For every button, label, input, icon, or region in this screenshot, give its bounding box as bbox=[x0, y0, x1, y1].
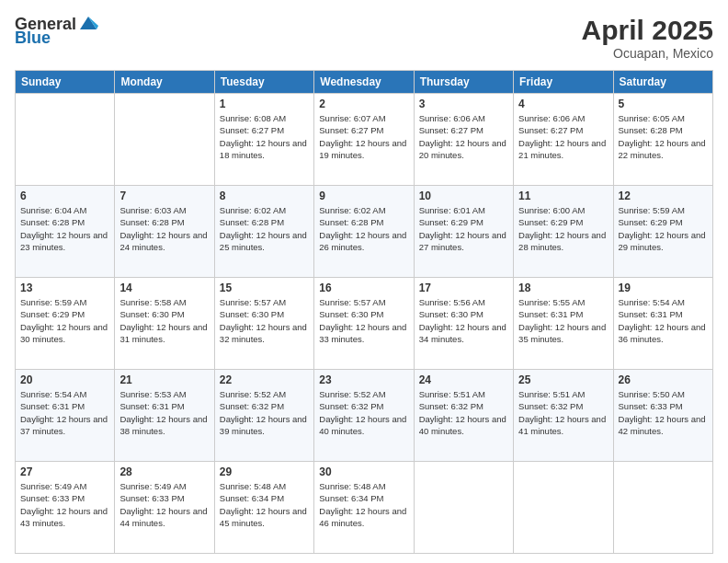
day-info: Sunrise: 5:48 AM Sunset: 6:34 PM Dayligh… bbox=[220, 480, 309, 529]
calendar-cell: 1Sunrise: 6:08 AM Sunset: 6:27 PM Daylig… bbox=[214, 94, 313, 186]
calendar-cell: 12Sunrise: 5:59 AM Sunset: 6:29 PM Dayli… bbox=[613, 186, 712, 278]
calendar-week-row: 13Sunrise: 5:59 AM Sunset: 6:29 PM Dayli… bbox=[16, 278, 713, 370]
day-info: Sunrise: 6:06 AM Sunset: 6:27 PM Dayligh… bbox=[419, 112, 508, 161]
calendar-cell: 22Sunrise: 5:52 AM Sunset: 6:32 PM Dayli… bbox=[214, 370, 313, 462]
calendar-week-row: 6Sunrise: 6:04 AM Sunset: 6:28 PM Daylig… bbox=[16, 186, 713, 278]
calendar-cell: 14Sunrise: 5:58 AM Sunset: 6:30 PM Dayli… bbox=[115, 278, 214, 370]
calendar-cell bbox=[115, 94, 214, 186]
weekday-header: Friday bbox=[514, 71, 613, 94]
calendar-cell: 25Sunrise: 5:51 AM Sunset: 6:32 PM Dayli… bbox=[514, 370, 613, 462]
day-info: Sunrise: 6:06 AM Sunset: 6:27 PM Dayligh… bbox=[518, 112, 608, 161]
calendar-cell: 13Sunrise: 5:59 AM Sunset: 6:29 PM Dayli… bbox=[16, 278, 115, 370]
day-number: 1 bbox=[220, 98, 309, 110]
main-title: April 2025 bbox=[582, 15, 713, 46]
calendar-cell: 3Sunrise: 6:06 AM Sunset: 6:27 PM Daylig… bbox=[414, 94, 513, 186]
day-number: 9 bbox=[319, 190, 408, 202]
day-info: Sunrise: 6:02 AM Sunset: 6:28 PM Dayligh… bbox=[220, 204, 309, 253]
calendar-cell: 2Sunrise: 6:07 AM Sunset: 6:27 PM Daylig… bbox=[314, 94, 414, 186]
page: General Blue April 2025 Ocuapan, Mexico … bbox=[0, 0, 728, 563]
calendar-week-row: 1Sunrise: 6:08 AM Sunset: 6:27 PM Daylig… bbox=[16, 94, 713, 186]
calendar-cell: 20Sunrise: 5:54 AM Sunset: 6:31 PM Dayli… bbox=[16, 370, 115, 462]
day-info: Sunrise: 5:58 AM Sunset: 6:30 PM Dayligh… bbox=[119, 296, 209, 345]
day-info: Sunrise: 6:00 AM Sunset: 6:29 PM Dayligh… bbox=[518, 204, 608, 253]
calendar-cell: 5Sunrise: 6:05 AM Sunset: 6:28 PM Daylig… bbox=[613, 94, 712, 186]
calendar-cell bbox=[613, 462, 712, 554]
day-info: Sunrise: 6:08 AM Sunset: 6:27 PM Dayligh… bbox=[220, 112, 309, 161]
calendar-week-row: 27Sunrise: 5:49 AM Sunset: 6:33 PM Dayli… bbox=[16, 462, 713, 554]
day-number: 29 bbox=[220, 465, 309, 478]
day-info: Sunrise: 6:07 AM Sunset: 6:27 PM Dayligh… bbox=[319, 112, 408, 161]
day-info: Sunrise: 6:01 AM Sunset: 6:29 PM Dayligh… bbox=[419, 204, 508, 253]
day-number: 17 bbox=[419, 282, 508, 294]
calendar-cell: 7Sunrise: 6:03 AM Sunset: 6:28 PM Daylig… bbox=[115, 186, 214, 278]
weekday-header: Monday bbox=[115, 71, 214, 94]
logo-icon bbox=[78, 13, 98, 33]
day-number: 2 bbox=[319, 98, 408, 110]
weekday-header: Thursday bbox=[414, 71, 513, 94]
day-number: 22 bbox=[220, 373, 309, 386]
day-info: Sunrise: 5:56 AM Sunset: 6:30 PM Dayligh… bbox=[419, 296, 508, 345]
day-number: 19 bbox=[619, 282, 708, 294]
calendar-cell bbox=[16, 94, 115, 186]
day-number: 16 bbox=[319, 282, 408, 294]
day-number: 3 bbox=[419, 98, 508, 110]
day-info: Sunrise: 6:04 AM Sunset: 6:28 PM Dayligh… bbox=[20, 204, 109, 253]
day-number: 24 bbox=[419, 373, 508, 386]
day-info: Sunrise: 6:05 AM Sunset: 6:28 PM Dayligh… bbox=[619, 112, 708, 161]
calendar-cell: 27Sunrise: 5:49 AM Sunset: 6:33 PM Dayli… bbox=[16, 462, 115, 554]
day-number: 21 bbox=[119, 373, 209, 386]
day-number: 10 bbox=[419, 190, 508, 202]
calendar: SundayMondayTuesdayWednesdayThursdayFrid… bbox=[15, 70, 713, 554]
calendar-cell: 26Sunrise: 5:50 AM Sunset: 6:33 PM Dayli… bbox=[613, 370, 712, 462]
weekday-header: Tuesday bbox=[214, 71, 313, 94]
day-number: 23 bbox=[319, 373, 408, 386]
logo-blue: Blue bbox=[15, 29, 51, 48]
day-number: 8 bbox=[220, 190, 309, 202]
title-section: April 2025 Ocuapan, Mexico bbox=[582, 15, 713, 61]
calendar-cell bbox=[514, 462, 613, 554]
day-number: 12 bbox=[619, 190, 708, 202]
calendar-cell: 6Sunrise: 6:04 AM Sunset: 6:28 PM Daylig… bbox=[16, 186, 115, 278]
subtitle: Ocuapan, Mexico bbox=[582, 46, 713, 61]
header: General Blue April 2025 Ocuapan, Mexico bbox=[15, 15, 713, 61]
day-number: 27 bbox=[20, 465, 109, 478]
calendar-cell: 16Sunrise: 5:57 AM Sunset: 6:30 PM Dayli… bbox=[314, 278, 414, 370]
calendar-cell: 19Sunrise: 5:54 AM Sunset: 6:31 PM Dayli… bbox=[613, 278, 712, 370]
weekday-header: Saturday bbox=[613, 71, 712, 94]
weekday-header-row: SundayMondayTuesdayWednesdayThursdayFrid… bbox=[16, 71, 713, 94]
day-number: 30 bbox=[319, 465, 408, 478]
calendar-cell: 17Sunrise: 5:56 AM Sunset: 6:30 PM Dayli… bbox=[414, 278, 513, 370]
weekday-header: Sunday bbox=[16, 71, 115, 94]
day-info: Sunrise: 5:57 AM Sunset: 6:30 PM Dayligh… bbox=[220, 296, 309, 345]
calendar-cell: 21Sunrise: 5:53 AM Sunset: 6:31 PM Dayli… bbox=[115, 370, 214, 462]
weekday-header: Wednesday bbox=[314, 71, 414, 94]
calendar-cell: 8Sunrise: 6:02 AM Sunset: 6:28 PM Daylig… bbox=[214, 186, 313, 278]
calendar-cell: 15Sunrise: 5:57 AM Sunset: 6:30 PM Dayli… bbox=[214, 278, 313, 370]
day-info: Sunrise: 6:02 AM Sunset: 6:28 PM Dayligh… bbox=[319, 204, 408, 253]
day-info: Sunrise: 5:59 AM Sunset: 6:29 PM Dayligh… bbox=[20, 296, 109, 345]
calendar-week-row: 20Sunrise: 5:54 AM Sunset: 6:31 PM Dayli… bbox=[16, 370, 713, 462]
day-number: 6 bbox=[20, 190, 109, 202]
day-number: 25 bbox=[518, 373, 608, 386]
calendar-cell: 24Sunrise: 5:51 AM Sunset: 6:32 PM Dayli… bbox=[414, 370, 513, 462]
day-info: Sunrise: 5:51 AM Sunset: 6:32 PM Dayligh… bbox=[419, 388, 508, 437]
calendar-cell: 9Sunrise: 6:02 AM Sunset: 6:28 PM Daylig… bbox=[314, 186, 414, 278]
calendar-cell: 30Sunrise: 5:48 AM Sunset: 6:34 PM Dayli… bbox=[314, 462, 414, 554]
calendar-cell: 11Sunrise: 6:00 AM Sunset: 6:29 PM Dayli… bbox=[514, 186, 613, 278]
calendar-cell: 28Sunrise: 5:49 AM Sunset: 6:33 PM Dayli… bbox=[115, 462, 214, 554]
day-number: 5 bbox=[619, 98, 708, 110]
day-number: 7 bbox=[119, 190, 209, 202]
day-number: 20 bbox=[20, 373, 109, 386]
day-info: Sunrise: 5:55 AM Sunset: 6:31 PM Dayligh… bbox=[518, 296, 608, 345]
day-info: Sunrise: 5:49 AM Sunset: 6:33 PM Dayligh… bbox=[119, 480, 209, 529]
calendar-cell: 10Sunrise: 6:01 AM Sunset: 6:29 PM Dayli… bbox=[414, 186, 513, 278]
calendar-cell bbox=[414, 462, 513, 554]
day-info: Sunrise: 5:57 AM Sunset: 6:30 PM Dayligh… bbox=[319, 296, 408, 345]
day-number: 11 bbox=[518, 190, 608, 202]
day-info: Sunrise: 5:52 AM Sunset: 6:32 PM Dayligh… bbox=[220, 388, 309, 437]
day-info: Sunrise: 5:48 AM Sunset: 6:34 PM Dayligh… bbox=[319, 480, 408, 529]
day-number: 18 bbox=[518, 282, 608, 294]
calendar-cell: 23Sunrise: 5:52 AM Sunset: 6:32 PM Dayli… bbox=[314, 370, 414, 462]
day-number: 28 bbox=[119, 465, 209, 478]
day-info: Sunrise: 5:50 AM Sunset: 6:33 PM Dayligh… bbox=[619, 388, 708, 437]
